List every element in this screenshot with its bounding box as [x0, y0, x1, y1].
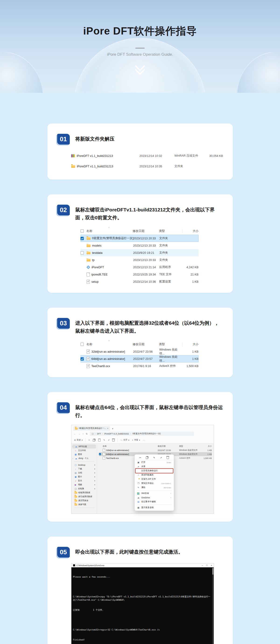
paste-icon[interactable] [98, 439, 101, 442]
menu-item-onedrive[interactable]: ☁OneDrive› [136, 496, 173, 500]
table-row[interactable]: iporedft.TEE 2022/10/25 19:34 TEE 文件 21 … [81, 271, 199, 278]
copy-icon[interactable] [146, 456, 148, 459]
menu-item-360zip[interactable]: 360压缩› [136, 491, 173, 496]
column-header-type[interactable]: 类型 [179, 445, 200, 448]
sidebar-item-folder[interactable]: 多孔板测试数据 [71, 494, 97, 498]
file-date: 2023/12/13 21:14 [133, 266, 159, 269]
breadcrumb[interactable]: ▢ › DFT › iPoreDFT v1.0_build231021 › 0前… [90, 432, 194, 436]
column-header-name[interactable]: 名称 [87, 342, 133, 346]
tab-close-icon[interactable]: × [107, 427, 109, 430]
share-icon[interactable]: ⇗ [160, 456, 162, 459]
folder-icon [74, 500, 77, 502]
delete-icon[interactable] [167, 457, 169, 459]
file-date: 2023/12/14 10:32 [140, 154, 175, 158]
table-row[interactable]: ⚙32bit[run as administrator] 2022/4/7 23… [81, 348, 199, 355]
sidebar-item-music[interactable]: ♪音乐 [71, 479, 97, 483]
batch-file-icon [103, 449, 105, 452]
menu-item-add-to-favorites[interactable]: ☆添加到收藏夹 [136, 473, 173, 477]
row-checkbox-checked[interactable] [99, 453, 101, 455]
explorer-tab[interactable]: 0前置文件(管理员身份运行一... × [73, 426, 110, 431]
sidebar-item-home[interactable]: ⌂主文件夹 [71, 448, 97, 452]
row-checkbox[interactable] [81, 251, 84, 254]
sidebar-item-desktop[interactable]: ▢Desktop [71, 463, 97, 467]
back-icon[interactable]: ← [74, 432, 76, 435]
row-checkbox-checked[interactable] [81, 237, 84, 240]
table-row[interactable]: 32bit[run as administrator] 2022/4/7 23:… [99, 448, 212, 452]
sidebar-item-folder[interactable]: 硅板测试数据 [71, 491, 97, 494]
menu-item-share[interactable]: ⇗共享 [136, 464, 173, 469]
file-row[interactable]: iPoreDFT v1.1_build231213 2023/12/14 10:… [71, 161, 223, 172]
cut-icon[interactable]: ✂ [139, 456, 141, 459]
column-header-size[interactable]: 大小 [183, 229, 199, 233]
menu-item-edit-in-notepad[interactable]: ▤在记事本中编辑 [136, 500, 173, 504]
more-icon[interactable]: ⋯ [143, 439, 145, 441]
folder-icon [75, 428, 78, 430]
column-header-name[interactable]: 名称 [87, 229, 133, 233]
table-row[interactable]: ⚙setup 2023/12/14 10:36 配置设置 1 KB [81, 278, 199, 285]
column-header-date[interactable]: 修改日期 [133, 342, 159, 346]
menu-item-compress-to-zip[interactable]: 压缩为 ZIP 文件 [136, 477, 173, 481]
column-header-date[interactable]: 修改日期 [158, 445, 179, 448]
menu-item-properties[interactable]: ✎属性Alt+Enter [136, 486, 173, 490]
cmd-title-bar[interactable]: C:\Windows\System32\cmd.exe – □ × [71, 563, 214, 567]
column-header-type[interactable]: 类型 [159, 342, 183, 346]
sidebar-item-gallery[interactable]: ▦图库 [71, 452, 97, 456]
refresh-icon[interactable]: ↻ [86, 432, 88, 435]
minimize-button[interactable]: – [202, 564, 203, 566]
table-row[interactable]: tp 2023/12/13 20:33 文件夹 [81, 256, 199, 264]
cut-icon[interactable]: ✂ [88, 439, 90, 441]
step-title: 鼠标左键双击iPoreDFTv1.1-build231212文件夹，会出现以下界… [75, 205, 223, 222]
sidebar-item-folder[interactable]: 更换气瓶 [71, 502, 97, 506]
new-tab-button[interactable]: + [112, 427, 113, 431]
sidebar-item-wps-cloud[interactable]: ›☁WPS云盘 [72, 444, 96, 448]
rename-icon[interactable]: ✎ [103, 439, 105, 441]
column-header-name[interactable]: 名称^ [103, 445, 158, 448]
up-icon[interactable]: ↑ [83, 432, 84, 435]
row-checkbox-checked[interactable] [81, 357, 84, 360]
select-all-checkbox[interactable] [81, 229, 84, 232]
table-row[interactable]: ⚙TeeChart8.ocx 2017/6/1 9:16 ActiveX 控件 … [81, 362, 199, 370]
menu-item-copy-file-path[interactable]: ❐复制文件地址Ctrl+Shift+C [136, 481, 173, 486]
table-row-hover[interactable]: testdata 2023/9/20 19:21 文件夹 [81, 249, 199, 256]
maximize-button[interactable]: □ [206, 564, 207, 566]
column-header-type[interactable]: 类型 [159, 229, 183, 233]
new-button[interactable]: ⊕新建▾ [74, 439, 83, 442]
scrollbar-thumb[interactable] [213, 568, 213, 574]
sidebar-item-downloads[interactable]: ↓下载 [71, 467, 97, 471]
copy-icon[interactable] [93, 439, 95, 442]
sort-button[interactable]: ↑↓排序▾ [120, 439, 129, 442]
rename-icon[interactable]: ✎ [153, 456, 155, 459]
table-row-selected[interactable]: ⚙64bit[run as administrator] 2022/4/7 23… [81, 355, 199, 362]
column-header-size[interactable]: 大小 [183, 342, 199, 346]
context-menu-icon-strip: ✂ ✎ ⇗ [136, 455, 173, 460]
menu-item-run-as-administrator[interactable]: 以管理员身份运行 [136, 469, 173, 473]
select-all-checkbox[interactable] [81, 343, 84, 346]
sidebar-item-this-pc[interactable]: ▢此电脑 [71, 487, 97, 491]
column-header-date[interactable]: 修改日期 [133, 229, 159, 233]
share-icon[interactable]: ⇗ [108, 439, 109, 441]
delete-icon[interactable] [112, 439, 115, 442]
file-row[interactable]: iPoreDFT v1.1_build231213 2023/12/14 10:… [71, 150, 223, 161]
column-header-size[interactable]: 大小 [200, 445, 212, 448]
sidebar-item-videos[interactable]: ▶视频 [71, 483, 97, 487]
view-button[interactable]: ≡查看▾ [132, 439, 140, 442]
scrollbar[interactable] [212, 567, 214, 644]
table-row-selected[interactable]: 0前置文件(管理员身份运行一次) 2023/12/13 20:33 文件夹 [81, 235, 199, 242]
table-row[interactable]: models 2023/12/13 20:33 文件夹 [81, 242, 199, 249]
step-card-02: 02 鼠标左键双击iPoreDFTv1.1-build231212文件夹，会出现… [47, 194, 233, 293]
sidebar-item-documents[interactable]: ▤文档 [71, 471, 97, 475]
table-row[interactable]: iPoreDFT 2023/12/13 21:14 应用程序 4,242 KB [81, 264, 199, 271]
breadcrumb-item[interactable]: DFT [97, 432, 101, 435]
sidebar-item-folder[interactable]: 真空泵换油 [71, 498, 97, 502]
close-button[interactable]: × [211, 564, 212, 566]
menu-item-show-more-options[interactable]: ▦显示更多选项 [136, 506, 173, 510]
breadcrumb-item[interactable]: 0前置文件(管理员身份运行一次) [133, 432, 161, 435]
file-name: tp [92, 258, 95, 262]
file-size: 1 KB [183, 357, 199, 360]
forward-icon[interactable]: → [78, 432, 81, 435]
breadcrumb-item[interactable]: iPoreDFT v1.0_build231021 [104, 432, 129, 435]
sidebar-item-pictures[interactable]: ▣图片 [71, 475, 97, 479]
sidebar-item-onedrive-personal[interactable]: ›☁dong - 个人 [71, 456, 97, 460]
menu-item-open[interactable]: ▣打开Enter [136, 460, 173, 464]
folder-icon [87, 237, 91, 240]
